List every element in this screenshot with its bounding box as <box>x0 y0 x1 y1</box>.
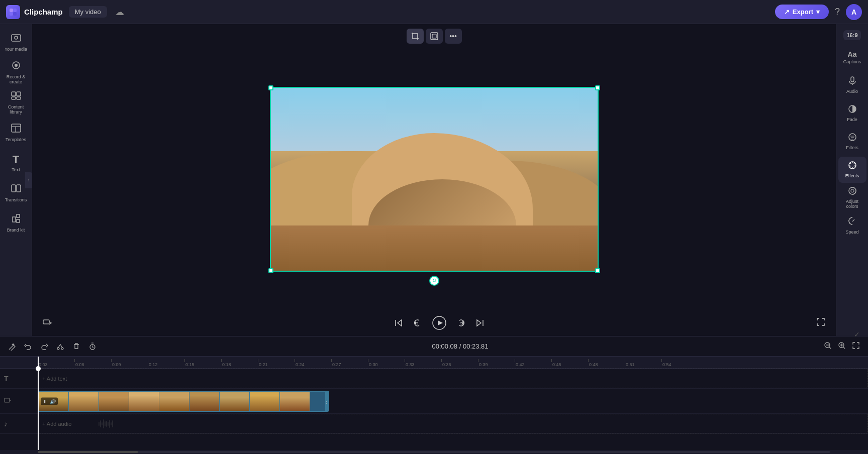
svg-point-26 <box>849 134 856 141</box>
sidebar-label-templates: Templates <box>6 138 26 143</box>
ruler-label: 0:45 <box>551 362 561 367</box>
fade-icon <box>848 104 857 116</box>
filters-tool[interactable]: Filters <box>838 129 866 155</box>
ruler-label: 0:36 <box>441 362 451 367</box>
captions-tool[interactable]: Aa Captions <box>838 44 866 70</box>
sidebar-item-record-create[interactable]: Record &create <box>2 58 30 86</box>
clip-audio-btn[interactable]: 🔊 <box>50 399 56 404</box>
record-create-icon <box>11 60 22 73</box>
svg-text:5: 5 <box>460 321 462 325</box>
ruler-label: 0:03 <box>38 362 48 367</box>
sidebar-item-your-media[interactable]: Your media <box>2 28 30 56</box>
sidebar-item-brand-kit[interactable]: Brand kit <box>2 209 30 237</box>
aspect-ratio-section: 16:9 <box>843 28 860 42</box>
audio-track-label: ♪ <box>0 420 38 428</box>
svg-rect-17 <box>431 33 438 40</box>
audio-label: Audio <box>846 89 858 94</box>
svg-rect-19 <box>43 320 49 324</box>
adjust-colors-label: Adjustcolors <box>846 199 858 209</box>
video-track-content[interactable]: ⏸ 🔊 <box>38 389 868 413</box>
sidebar-label-content-library: Contentlibrary <box>8 105 24 115</box>
effects-tool[interactable]: Effects <box>838 157 866 183</box>
add-audio-label[interactable]: + Add audio <box>42 421 71 427</box>
delete-button[interactable] <box>70 340 82 353</box>
svg-rect-0 <box>10 9 13 12</box>
timeline-tracks[interactable]: 0:03 0:06 0:09 0:12 <box>0 357 868 450</box>
sidebar-item-templates[interactable]: Templates <box>2 119 30 147</box>
more-options-button[interactable]: ••• <box>445 29 462 44</box>
fullscreen-button[interactable] <box>816 317 826 329</box>
timeline-toolbar: 00:00.08 / 00:23.81 <box>0 336 868 357</box>
clip-thumb <box>280 392 310 411</box>
timeline-check: ✓ <box>854 330 860 338</box>
play-button[interactable] <box>430 313 449 332</box>
undo-button[interactable] <box>22 340 34 353</box>
crop-tool-button[interactable] <box>407 29 424 44</box>
clip-right-handle[interactable] <box>325 392 328 411</box>
magic-button[interactable] <box>42 318 52 328</box>
ruler-label: 0:33 <box>405 362 415 367</box>
rotate-handle[interactable]: ↻ <box>429 276 439 286</box>
scrollbar-thumb[interactable] <box>38 451 138 453</box>
video-title[interactable]: My video <box>69 6 107 18</box>
ruler-label: 0:12 <box>148 362 158 367</box>
skip-forward-button[interactable] <box>475 318 485 328</box>
total-time: 00:23.81 <box>463 343 489 350</box>
ruler-mark: 0:18 <box>221 359 258 367</box>
video-clip[interactable]: ⏸ 🔊 <box>38 391 329 412</box>
ruler-mark: 0:24 <box>295 359 331 367</box>
export-button[interactable]: ↗ Export ▾ <box>775 5 829 19</box>
fade-tool[interactable]: Fade <box>838 100 866 127</box>
transitions-icon <box>11 183 22 196</box>
ruler-mark: 0:30 <box>368 359 405 367</box>
scrollbar-track[interactable] <box>38 451 830 453</box>
video-canvas <box>270 87 599 272</box>
timeline-time-display: 00:00.08 / 00:23.81 <box>103 343 818 350</box>
magic-wand-button[interactable] <box>6 340 18 353</box>
sidebar-item-content-library[interactable]: Contentlibrary <box>2 88 30 117</box>
text-track-icon: T <box>4 375 9 383</box>
redo-button[interactable] <box>38 340 50 353</box>
sidebar-label-brand-kit: Brand kit <box>7 228 25 233</box>
expand-timeline-button[interactable] <box>850 339 862 354</box>
ruler-label: 0:24 <box>295 362 305 367</box>
sidebar-collapse-button[interactable]: › <box>25 172 32 188</box>
text-track-content[interactable]: + Add text <box>38 369 868 388</box>
timeline-scrollbar[interactable] <box>0 450 868 454</box>
fade-label: Fade <box>847 118 857 123</box>
fast-forward-button[interactable]: 5 <box>457 318 467 328</box>
audio-track-content[interactable]: + Add audio <box>38 414 868 433</box>
ruler-label: 0:48 <box>588 362 598 367</box>
avatar[interactable]: A <box>846 4 862 20</box>
rewind-button[interactable]: 5 <box>412 318 422 328</box>
ruler-marks: 0:03 0:06 0:09 0:12 <box>38 359 698 367</box>
text-track: T + Add text <box>0 369 868 389</box>
text-track-label: T <box>0 375 38 383</box>
desert-foreground <box>270 225 599 272</box>
clip-thumb <box>159 392 189 411</box>
content-library-icon <box>11 90 22 103</box>
zoom-out-button[interactable] <box>822 339 834 354</box>
aspect-ratio-badge[interactable]: 16:9 <box>843 30 860 40</box>
ruler-mark: 0:06 <box>74 359 111 367</box>
audio-tool[interactable]: Audio <box>838 72 866 98</box>
skip-back-button[interactable] <box>394 318 404 328</box>
captions-icon: Aa <box>848 50 857 58</box>
topbar: Clipchamp My video ☁ ↗ Export ▾ ? A <box>0 0 868 24</box>
svg-rect-1 <box>13 9 17 12</box>
svg-rect-12 <box>12 124 21 132</box>
speed-tool[interactable]: Speed <box>838 213 866 239</box>
help-button[interactable]: ? <box>835 7 840 17</box>
adjust-colors-tool[interactable]: Adjustcolors <box>838 185 866 211</box>
ruler-mark: 0:36 <box>441 359 478 367</box>
video-track-icon <box>4 397 11 405</box>
timeline-track-container: 0:03 0:06 0:09 0:12 <box>0 357 868 450</box>
add-text-label[interactable]: + Add text <box>42 376 67 382</box>
timer-button[interactable] <box>86 340 99 353</box>
svg-rect-3 <box>13 12 17 16</box>
sidebar-label-your-media: Your media <box>5 47 27 52</box>
layout-tool-button[interactable] <box>426 29 443 44</box>
clip-pause-btn[interactable]: ⏸ <box>43 399 48 404</box>
zoom-in-button[interactable] <box>836 339 848 354</box>
cut-button[interactable] <box>54 340 66 353</box>
